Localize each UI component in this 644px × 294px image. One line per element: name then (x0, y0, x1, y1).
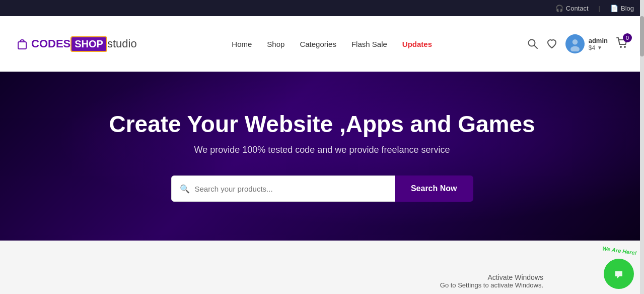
header: CODES SHOP studio Home Shop Categories F… (0, 16, 644, 72)
nav-shop[interactable]: Shop (267, 40, 284, 48)
nav-categories[interactable]: Categories (300, 40, 336, 48)
cart-button[interactable]: 0 (616, 36, 629, 51)
scrollbar[interactable] (640, 0, 644, 294)
wishlist-icon-btn[interactable] (546, 38, 557, 49)
hero-title: Create Your Website ,Apps and Games (109, 110, 535, 138)
topbar-divider: | (599, 5, 600, 12)
hero-section: Create Your Website ,Apps and Games We p… (0, 72, 644, 241)
user-info: admin $4 ▼ (589, 37, 608, 51)
headphone-icon: 🎧 (555, 5, 563, 12)
logo-studio-text: studio (107, 37, 137, 50)
we-are-here-chat-button[interactable] (604, 259, 634, 289)
activate-title: Activate Windows (440, 273, 543, 281)
blog-icon: 📄 (610, 5, 618, 12)
dropdown-arrow: ▼ (597, 45, 602, 50)
blog-label: Blog (621, 5, 634, 12)
chat-icon (611, 266, 626, 281)
search-icon-btn[interactable] (527, 38, 538, 49)
search-now-button[interactable]: Search Now (395, 175, 473, 202)
search-bar: 🔍 Search Now (171, 175, 473, 202)
user-section[interactable]: admin $4 ▼ (565, 34, 608, 53)
logo-codes-text: CODES (31, 37, 70, 50)
contact-link[interactable]: 🎧 Contact (555, 5, 589, 12)
logo[interactable]: CODES SHOP studio (15, 36, 137, 52)
nav-home[interactable]: Home (232, 40, 252, 48)
username: admin (589, 37, 608, 44)
nav-flash-sale[interactable]: Flash Sale (351, 40, 387, 48)
logo-bag-icon (15, 37, 29, 51)
user-balance: $4 ▼ (589, 44, 608, 51)
bottom-section: Activate Windows Go to Settings to activ… (0, 241, 644, 294)
search-input[interactable] (195, 185, 387, 193)
main-nav: Home Shop Categories Flash Sale Updates (232, 40, 432, 48)
activate-windows-notice: Activate Windows Go to Settings to activ… (440, 273, 543, 289)
header-actions: admin $4 ▼ 0 (527, 34, 629, 53)
svg-point-6 (620, 46, 622, 48)
scrollbar-thumb[interactable] (640, 16, 644, 56)
svg-line-2 (534, 45, 537, 48)
activate-subtitle: Go to Settings to activate Windows. (440, 281, 543, 289)
user-avatar (565, 34, 585, 53)
cart-badge: 0 (623, 33, 632, 42)
contact-label: Contact (566, 5, 589, 12)
logo-shop-text: SHOP (70, 36, 107, 52)
search-magnifier-icon: 🔍 (180, 184, 190, 194)
search-input-wrapper: 🔍 (171, 175, 395, 202)
top-bar: 🎧 Contact | 📄 Blog (0, 0, 644, 16)
we-are-here-label: We Are Here! (602, 245, 636, 256)
we-are-here-widget[interactable]: We Are Here! (604, 259, 634, 289)
hero-subtitle: We provide 100% tested code and we provi… (194, 145, 450, 155)
svg-point-4 (572, 39, 578, 45)
svg-rect-0 (18, 42, 26, 49)
svg-point-7 (624, 46, 626, 48)
blog-link[interactable]: 📄 Blog (610, 5, 634, 12)
nav-updates[interactable]: Updates (402, 40, 432, 48)
